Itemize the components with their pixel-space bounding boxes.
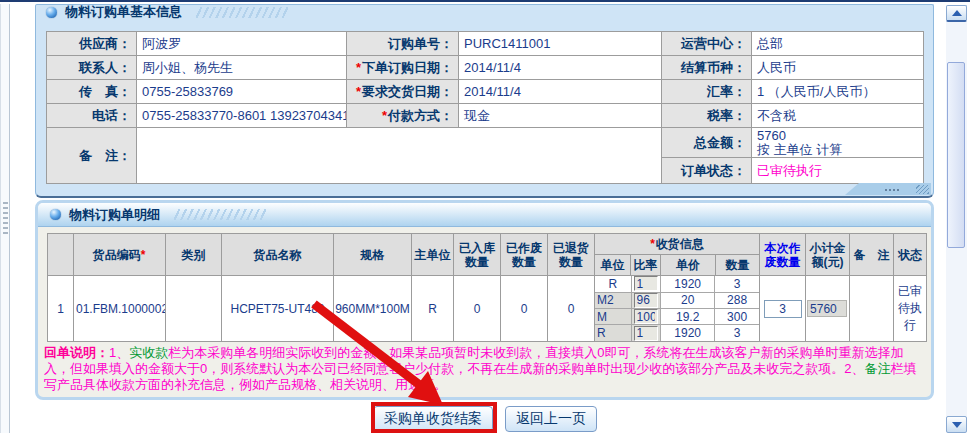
currency-value: 人民币 xyxy=(752,56,924,80)
this-void-qty-input[interactable] xyxy=(764,300,802,318)
item-spec: 960MM*100M xyxy=(334,276,412,342)
left-panel-splitter[interactable] xyxy=(0,4,10,433)
section-bullet-icon xyxy=(46,7,57,18)
header-hatch-decoration xyxy=(174,209,266,220)
item-name: HCPET75-UT480 xyxy=(222,276,334,342)
currency-label: 结算币种： xyxy=(662,56,752,80)
col-void-qty: 已作废数量 xyxy=(501,234,548,276)
order-status-label: 订单状态： xyxy=(662,158,752,184)
recv-unit: R xyxy=(595,325,631,341)
basic-info-title: 物料订购单基本信息 xyxy=(65,3,182,21)
col-status: 状态 xyxy=(894,234,927,276)
supplier-value: 阿波罗 xyxy=(137,32,347,56)
subtotal-cell xyxy=(806,276,850,342)
arrow-up-icon xyxy=(952,10,962,16)
note-keyword: 实收款 xyxy=(129,345,168,360)
required-mark: * xyxy=(356,84,361,99)
basic-info-header: 物料订购单基本信息 xyxy=(36,5,933,19)
order-date-value: 2014/11/4 xyxy=(459,56,662,80)
col-spec: 规格 xyxy=(334,234,412,276)
col-main-unit: 主单位 xyxy=(412,234,454,276)
footer-dots-icon xyxy=(885,189,887,191)
center-label: 运营中心： xyxy=(662,32,752,56)
scrollbar-thumb[interactable] xyxy=(947,62,965,248)
recv-ratio-cell xyxy=(631,292,661,308)
col-item-name: 货品名称 xyxy=(222,234,334,276)
note-label: 回单说明： xyxy=(44,345,109,360)
phone-value: 0755-25833770-8601 13923704341 xyxy=(137,104,347,128)
remark-label: 备 注： xyxy=(47,128,137,184)
item-main-unit: R xyxy=(412,276,454,342)
receipt-note: 回单说明：1、实收款栏为本采购单各明细实际收到的金额，如果某品项暂时未收到款，直… xyxy=(44,345,927,393)
recv-qty: 3 xyxy=(715,276,759,292)
col-recv-price: 单价 xyxy=(661,255,716,276)
recv-price: 20 xyxy=(661,292,715,308)
recv-qty: 288 xyxy=(715,292,759,308)
note-text: 栏为本采购单各明细实际收到的金额，如果某品项暂时未收到款，直接填入0即可，系统将… xyxy=(44,345,903,376)
rate-label: 汇率： xyxy=(662,80,752,104)
fax-value: 0755-25833769 xyxy=(137,80,347,104)
page: 物料订购单基本信息 供应商： 阿波罗 订购单号： PURC1411001 运营中… xyxy=(0,0,970,433)
rate-value: 1 （人民币/人民币） xyxy=(752,80,924,104)
recv-ratio-input xyxy=(634,326,659,341)
note-text: 1、 xyxy=(109,345,129,360)
detail-row: 1 01.FBM.1000002 HCPET75-UT480 960MM*100… xyxy=(48,276,927,342)
detail-table: 货品编码* 类别 货品名称 规格 主单位 已入库数量 已作废数量 已退货数量 *… xyxy=(47,233,927,342)
required-mark: * xyxy=(356,60,361,75)
col-subtotal: 小计金额(元) xyxy=(806,234,850,276)
col-recv-qty: 数量 xyxy=(716,255,760,276)
order-date-label: *下单订购日期： xyxy=(347,56,459,80)
total-amount: 5760 xyxy=(757,129,923,143)
scrollbar-track[interactable] xyxy=(946,24,967,414)
order-status-value: 已审待执行 xyxy=(752,158,924,184)
receiving-row: M 19.2 300 xyxy=(595,309,759,325)
total-value: 5760 按 主单位 计算 xyxy=(752,128,924,158)
required-mark: * xyxy=(141,248,146,262)
col-return-qty: 已退货数量 xyxy=(548,234,595,276)
header-hatch-decoration xyxy=(196,7,288,18)
col-recv-unit: 单位 xyxy=(595,255,631,276)
recv-ratio-input xyxy=(634,276,659,291)
subtotal-input xyxy=(807,300,847,317)
receiving-table: R 1920 3 M2 20 288 M xyxy=(595,276,759,341)
recv-price: 19.2 xyxy=(661,309,715,325)
recv-ratio-input xyxy=(634,309,659,324)
detail-header: 物料订购单明细 xyxy=(38,203,931,227)
contact-value: 周小姐、杨先生 xyxy=(137,56,347,80)
basic-info-panel: 物料订购单基本信息 供应商： 阿波罗 订购单号： PURC1411001 运营中… xyxy=(35,4,934,198)
recv-unit: R xyxy=(595,276,631,292)
recv-qty: 300 xyxy=(715,309,759,325)
col-remark: 备 注 xyxy=(850,234,894,276)
item-status: 已审待执行 xyxy=(894,276,927,342)
row-number: 1 xyxy=(48,276,74,342)
receiving-info-cell: R 1920 3 M2 20 288 M xyxy=(595,276,760,342)
receiving-row: R 1920 3 xyxy=(595,325,759,341)
payment-label: *付款方式： xyxy=(347,104,459,128)
col-in-qty: 已入库数量 xyxy=(454,234,501,276)
section-bullet-icon xyxy=(50,209,61,220)
recv-qty: 3 xyxy=(715,325,759,341)
order-no-value: PURC1411001 xyxy=(459,32,662,56)
delivery-date-value: 2014/11/4 xyxy=(459,80,662,104)
payment-value: 现金 xyxy=(459,104,662,128)
recv-ratio-cell xyxy=(631,276,661,292)
item-return-qty: 0 xyxy=(548,276,595,342)
col-row-number xyxy=(48,234,74,276)
back-button[interactable]: 返回上一页 xyxy=(505,406,597,432)
resize-grip-icon[interactable] xyxy=(916,185,929,194)
basic-info-table: 供应商： 阿波罗 订购单号： PURC1411001 运营中心： 总部 联系人：… xyxy=(46,31,924,184)
scroll-up-button[interactable] xyxy=(946,5,967,22)
col-recv-ratio: 比率 xyxy=(631,255,661,276)
total-calc-note: 按 主单位 计算 xyxy=(757,143,923,157)
recv-ratio-input xyxy=(634,293,659,308)
tax-value: 不含税 xyxy=(752,104,924,128)
tax-label: 税率： xyxy=(662,104,752,128)
required-mark: * xyxy=(650,237,655,251)
fax-label: 传 真： xyxy=(47,80,137,104)
detail-panel: 物料订购单明细 货品编码* 类别 货品名称 规格 主单位 已入库数量 已作废数量… xyxy=(35,200,934,400)
splitter-grip-icon xyxy=(3,202,8,236)
center-value: 总部 xyxy=(752,32,924,56)
recv-unit: M2 xyxy=(595,292,631,308)
settle-receiving-button[interactable]: 采购单收货结案 xyxy=(373,406,493,432)
item-void-qty: 0 xyxy=(501,276,548,342)
